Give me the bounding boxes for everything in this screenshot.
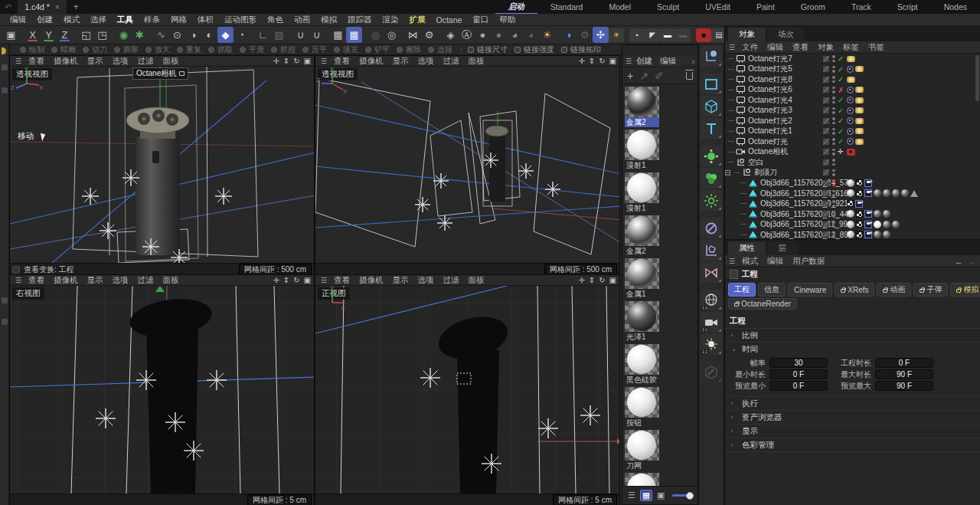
material-edit-icon[interactable] <box>701 362 722 382</box>
material-tag-icon[interactable] <box>847 221 854 228</box>
enabled-check-icon[interactable]: ✓ <box>838 75 844 84</box>
sculpt-brush[interactable]: 放大 <box>145 44 170 55</box>
document-tab[interactable]: 1.c4d * × <box>18 0 67 14</box>
dolly-icon[interactable]: ⇕ <box>589 57 595 65</box>
light-burst-icon[interactable]: ☀ <box>539 27 555 43</box>
menu-item[interactable]: 面板 <box>158 56 184 67</box>
layout-tab-sculpt[interactable]: Sculpt <box>644 0 692 14</box>
attribute-chip-XRefs[interactable]: XRefs <box>835 283 874 297</box>
sculpt-brush[interactable]: 擦除 <box>397 44 421 55</box>
menu-item[interactable]: 选项 <box>413 275 439 286</box>
snap-enable-icon[interactable]: ✱ <box>132 27 148 43</box>
attribute-chip-工程[interactable]: 工程 <box>728 283 756 297</box>
octane-light-tag-icon[interactable] <box>847 56 855 62</box>
menu-item[interactable]: 显示 <box>83 56 108 67</box>
auto-mode-icon[interactable]: Ⓐ <box>459 27 475 43</box>
menu-item[interactable]: 对象 <box>813 42 838 53</box>
layer-chip-icon[interactable] <box>823 149 829 155</box>
octane-light-tag-icon[interactable] <box>855 97 864 103</box>
half-toggle-icon[interactable]: ◑ <box>560 27 577 43</box>
layer-chip-icon[interactable] <box>823 107 829 113</box>
material-tag-icon[interactable] <box>883 210 890 218</box>
sky-icon[interactable]: 1:1 <box>701 290 722 310</box>
rotate-icon[interactable]: ↻ <box>293 276 299 284</box>
dock-icon[interactable] <box>2 297 8 303</box>
group-row-时间[interactable]: ⌄时间 <box>725 343 980 356</box>
layer-chip-icon[interactable] <box>823 87 829 93</box>
layout-tab-standard[interactable]: Standard <box>537 0 596 14</box>
menu-item[interactable]: 查看 <box>788 42 813 53</box>
link-toggle[interactable]: 链接尺寸 <box>468 44 508 55</box>
hamburger-icon[interactable]: ☰ <box>13 277 24 284</box>
material-item[interactable]: 刀网 <box>625 430 659 471</box>
field-预览最大[interactable]: 90 F <box>875 381 933 391</box>
phong-tag-icon[interactable] <box>855 200 863 208</box>
quantize-grid-icon[interactable]: ▦ <box>330 27 346 43</box>
rotate-icon[interactable]: ↻ <box>293 57 299 65</box>
gear-dark-icon[interactable]: ⚙ <box>577 27 593 43</box>
primitive-half2-icon[interactable]: ◐ <box>201 27 217 43</box>
object-row[interactable]: Octane灯光3✓ <box>725 106 980 116</box>
phong-tag-icon[interactable] <box>864 189 872 197</box>
object-row[interactable]: Octane灯光8✓ <box>725 74 980 85</box>
group-row-资产浏览器[interactable]: ›资产浏览器 <box>725 411 980 424</box>
object-row[interactable]: Octane灯光7✓ <box>725 54 980 64</box>
object-row[interactable]: Octane灯光6✗ <box>725 85 980 96</box>
layout-tab-track[interactable]: Track <box>838 0 884 14</box>
maximize-icon[interactable]: ▣ <box>304 57 311 65</box>
layout-tab-nodes[interactable]: Nodes <box>931 0 980 14</box>
object-row[interactable]: Obj3d66_1157620_11_991 <box>725 219 980 230</box>
layer-chip-icon[interactable] <box>823 56 829 62</box>
spline-pen-icon[interactable]: ∿ <box>153 27 169 43</box>
layer-chip-icon[interactable] <box>823 159 829 166</box>
enabled-check-icon[interactable]: ✓ <box>838 107 844 115</box>
primitive-pie-icon[interactable]: ◔ <box>234 27 250 43</box>
instance-icon[interactable] <box>701 262 722 283</box>
uvw-tag-icon[interactable] <box>856 211 863 218</box>
menubar-item[interactable]: 渲染 <box>377 15 404 25</box>
octane-light-tag-icon[interactable] <box>855 128 864 134</box>
viewport-canvas[interactable]: 右视图 <box>10 286 314 494</box>
layout-tab-model[interactable]: Model <box>596 0 644 14</box>
menubar-item[interactable]: 窗口 <box>467 15 494 25</box>
menu-item[interactable]: 摄像机 <box>49 275 83 286</box>
list-view-button[interactable]: ☰ <box>626 490 638 501</box>
object-row[interactable]: Octane灯光2✓ <box>725 116 980 126</box>
primitive-half1-icon[interactable]: ◑ <box>185 27 201 43</box>
spline-pen-icon[interactable] <box>701 46 722 67</box>
field-帧率[interactable]: 30 <box>769 358 828 368</box>
enabled-check-icon[interactable]: ✓ <box>838 65 844 74</box>
material-tag-icon[interactable] <box>901 189 909 197</box>
sculpt-brush[interactable]: 切刀 <box>83 44 107 55</box>
layer-chip-icon[interactable] <box>823 66 829 72</box>
dolly-icon[interactable]: ⇕ <box>283 57 289 65</box>
new-tab-button[interactable]: + <box>74 2 79 12</box>
sculpt-brush[interactable]: 压平 <box>302 44 327 55</box>
chevron-right-icon[interactable]: › <box>692 57 694 66</box>
menu-item[interactable]: 面板 <box>158 275 184 286</box>
coord-window-icon[interactable]: ▣ <box>3 27 19 43</box>
volume-icon[interactable] <box>701 168 722 189</box>
material-tag-icon[interactable] <box>874 221 881 228</box>
enabled-check-icon[interactable]: ✓ <box>838 127 844 136</box>
layer-chip-icon[interactable] <box>823 77 829 83</box>
menu-item[interactable]: 过滤 <box>439 56 464 67</box>
snap-settings-icon[interactable]: ∪ <box>309 27 325 43</box>
material-tag-icon[interactable] <box>892 221 900 228</box>
octane-light-tag-icon[interactable] <box>855 66 864 72</box>
text-icon[interactable] <box>701 118 722 139</box>
shading-sphere-2-icon[interactable]: ● <box>491 27 507 43</box>
material-tag-icon[interactable] <box>892 189 900 197</box>
material-tag-icon[interactable] <box>874 210 881 218</box>
menu-item[interactable]: 过滤 <box>133 275 158 286</box>
material-tag-icon[interactable] <box>847 189 854 197</box>
menu-item[interactable]: 创建 <box>633 56 655 67</box>
visibility-dots[interactable] <box>832 149 835 156</box>
attribute-chip-OctaneRender[interactable]: OctaneRender <box>728 298 797 310</box>
uvw-tag-icon[interactable] <box>856 221 863 228</box>
camera-label[interactable]: Octane相机 <box>132 67 188 80</box>
octane-light-tag-icon[interactable] <box>855 139 864 145</box>
primitive-circle-icon[interactable]: ⊙ <box>169 27 185 43</box>
visibility-dots[interactable] <box>832 97 835 103</box>
visibility-dots[interactable] <box>832 190 835 197</box>
